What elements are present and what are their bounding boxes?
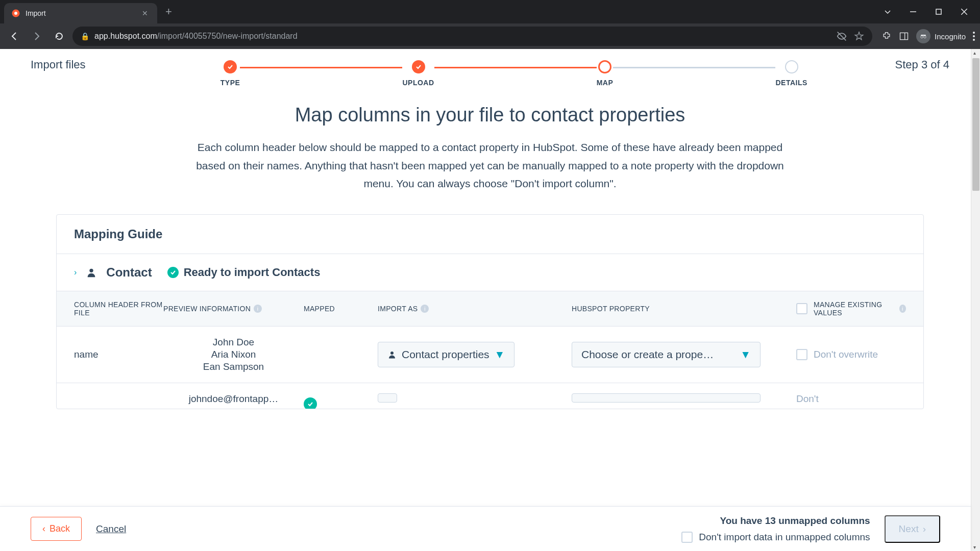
tab-title: Import [26,9,135,17]
cell-mapped [304,393,378,409]
scroll-thumb[interactable] [972,58,979,191]
browser-chrome: Import ✕ + 🔒 app.hubspot.com/import/4005… [0,0,980,49]
step-map: MAP [597,60,614,87]
unmapped-title: You have 13 unmapped columns [720,515,870,527]
vertical-scrollbar[interactable] [971,49,980,551]
cell-property: Choose or create a prope… ▼ [572,342,796,367]
wizard-stepper: TYPE UPLOAD MAP DETAILS [133,60,895,87]
mapped-check-icon [304,397,317,409]
page-title: Import files [31,58,133,71]
url-field[interactable]: 🔒 app.hubspot.com/import/40055750/new-im… [72,27,872,46]
select-all-checkbox[interactable] [796,303,807,314]
property-dropdown[interactable] [572,393,761,403]
page-header: Import files TYPE UPLOAD MAP [0,49,980,87]
svg-point-8 [921,36,923,38]
property-dropdown[interactable]: Choose or create a prope… ▼ [572,342,761,367]
cancel-button[interactable]: Cancel [96,523,126,535]
maximize-icon[interactable] [927,2,950,22]
svg-rect-6 [900,33,908,39]
mapping-panel: Mapping Guide › Contact Ready to import … [56,214,924,409]
unmapped-info: You have 13 unmapped columns Don't impor… [681,515,870,543]
th-mapped: MAPPED [304,305,378,313]
window-controls [876,2,980,22]
svg-point-1 [14,12,17,15]
unmapped-checkbox-row[interactable]: Don't import data in unmapped columns [681,532,870,543]
step-pending-icon [785,60,798,73]
table-row: name John Doe Aria Nixon Ean Sampson Con… [57,327,923,383]
check-circle-icon [167,267,179,278]
caret-down-icon: ▼ [495,348,505,361]
url-text: app.hubspot.com/import/40055750/new-impo… [94,32,298,41]
cell-manage: Don't overwrite [796,349,906,360]
accordion-contact[interactable]: › Contact Ready to import Contacts [57,254,923,291]
skip-unmapped-checkbox[interactable] [681,532,693,543]
toolbar-right: Incognito [876,29,975,43]
cell-import-as [378,393,572,403]
caret-down-icon: ▼ [740,348,751,361]
cell-header: name [74,349,163,360]
manage-text: Don't overwrite [814,349,878,360]
contact-icon [387,350,397,359]
extensions-icon[interactable] [881,31,892,41]
close-tab-icon[interactable]: ✕ [140,8,150,18]
new-tab-button[interactable]: + [157,5,180,18]
panel-title: Mapping Guide [57,215,923,254]
step-done-icon [224,60,237,73]
sidepanel-icon[interactable] [899,31,909,41]
svg-point-12 [973,39,975,41]
step-counter: Step 3 of 4 [895,58,949,71]
footer-bar: ‹ Back Cancel You have 13 unmapped colum… [0,506,971,551]
svg-rect-3 [936,9,941,14]
tab-bar: Import ✕ + [0,0,980,23]
step-type: TYPE [220,60,240,87]
star-icon[interactable] [854,31,864,41]
reload-icon[interactable] [50,27,68,45]
cell-preview: John Doe Aria Nixon Ean Sampson [163,337,304,372]
table-row: johndoe@frontapp… Don't [57,383,923,409]
forward-nav-icon[interactable] [28,27,46,45]
step-upload: UPLOAD [402,60,434,87]
cell-manage: Don't [796,393,906,405]
next-button[interactable]: Next › [885,515,940,543]
th-manage: MANAGE EXISTING VALUESi [796,300,906,317]
chevron-left-icon: ‹ [42,523,45,534]
lock-icon: 🔒 [81,32,89,40]
info-icon[interactable]: i [421,305,429,313]
incognito-icon [916,29,930,43]
overwrite-checkbox[interactable] [796,349,807,360]
step-details: DETAILS [775,60,807,87]
kebab-menu-icon[interactable] [973,32,975,41]
main-content: Map columns in your file to contact prop… [0,87,980,409]
svg-point-11 [973,35,975,37]
eye-off-icon[interactable] [837,31,847,41]
incognito-label: Incognito [935,32,966,41]
back-nav-icon[interactable] [5,27,23,45]
close-window-icon[interactable] [952,2,976,22]
svg-point-9 [924,36,926,38]
incognito-badge[interactable]: Incognito [916,29,966,43]
page-content: Import files TYPE UPLOAD MAP [0,49,980,551]
import-as-dropdown[interactable] [378,393,397,403]
minimize-icon[interactable] [901,2,925,22]
info-icon[interactable]: i [899,305,906,313]
th-hubspot-property: HUBSPOT PROPERTY [572,305,796,313]
content-title: Map columns in your file to contact prop… [56,104,924,126]
back-button[interactable]: ‹ Back [31,517,82,541]
svg-point-14 [390,352,394,355]
step-current-icon [598,60,611,73]
step-done-icon [412,60,425,73]
th-preview: PREVIEW INFORMATIONi [163,305,304,313]
address-bar: 🔒 app.hubspot.com/import/40055750/new-im… [0,23,980,49]
content-description: Each column header below should be mappe… [189,138,791,193]
ready-text: Ready to import Contacts [184,266,321,279]
th-import-as: IMPORT ASi [378,305,572,313]
tab-search-icon[interactable] [876,2,899,22]
info-icon[interactable]: i [254,305,262,313]
ready-badge: Ready to import Contacts [167,266,321,279]
svg-point-13 [90,269,93,272]
cell-preview: johndoe@frontapp… [163,393,304,405]
browser-tab[interactable]: Import ✕ [4,3,157,23]
accordion-label: Contact [106,265,152,280]
import-as-dropdown[interactable]: Contact properties ▼ [378,342,514,367]
manage-text: Don't [796,393,819,405]
